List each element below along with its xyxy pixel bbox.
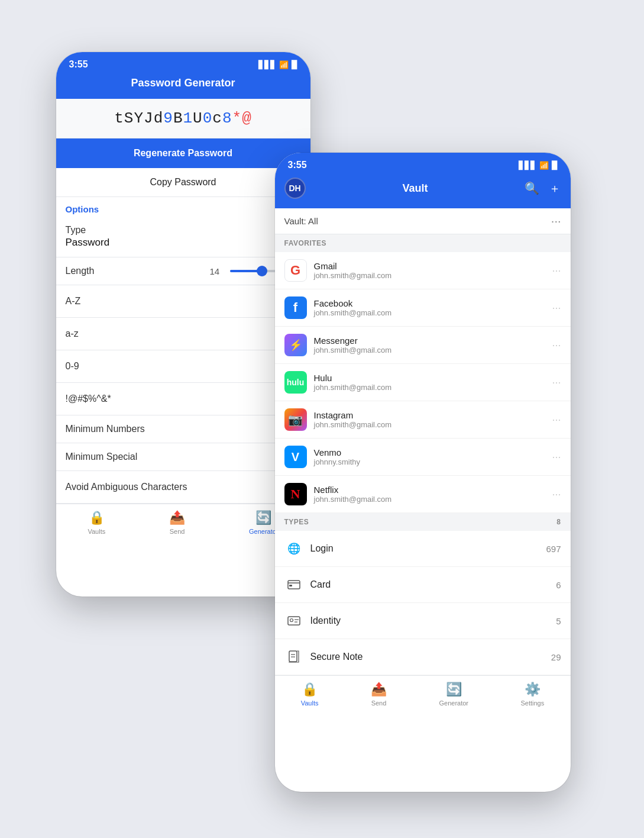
settings-icon: ⚙️ xyxy=(525,682,541,697)
pw-mid3: c xyxy=(212,109,222,127)
type-label: Type xyxy=(66,225,110,236)
pw-special2: @ xyxy=(242,109,252,127)
venmo-name: Venmo xyxy=(314,447,545,457)
numbers-row[interactable]: 0-9 xyxy=(56,350,310,383)
list-item[interactable]: hulu Hulu john.smith@gmail.com ··· xyxy=(275,364,571,401)
vaults-icon: 🔒 xyxy=(89,510,105,526)
length-label: Length xyxy=(66,266,95,276)
netflix-icon: N xyxy=(284,483,307,505)
identity-count: 5 xyxy=(556,616,561,626)
netflix-more[interactable]: ··· xyxy=(552,488,561,501)
add-icon[interactable]: ＋ xyxy=(549,181,561,196)
avatar[interactable]: DH xyxy=(284,178,306,199)
nav-settings-label: Settings xyxy=(520,700,544,707)
list-item[interactable]: N Netflix john.smith@gmail.com ··· xyxy=(275,476,571,513)
type-login[interactable]: 🌐 Login 697 xyxy=(275,531,571,567)
wifi-icon: 📶 xyxy=(279,60,289,69)
nav-generator-2[interactable]: 🔄 Generator xyxy=(439,682,468,707)
vault-filter-label: Vault: All xyxy=(284,216,318,226)
facebook-icon: f xyxy=(284,296,307,319)
gmail-more[interactable]: ··· xyxy=(552,265,561,277)
search-icon[interactable]: 🔍 xyxy=(525,181,539,195)
list-item[interactable]: G Gmail john.smith@gmail.com ··· xyxy=(275,252,571,289)
avoid-ambiguous-row[interactable]: Avoid Ambiguous Characters xyxy=(56,471,310,504)
nav-vaults-2[interactable]: 🔒 Vaults xyxy=(301,682,319,707)
nav-send-label-2: Send xyxy=(371,700,387,707)
send-icon: 📤 xyxy=(169,510,185,526)
type-card[interactable]: Card 6 xyxy=(275,567,571,603)
az-label: A-Z xyxy=(66,296,81,307)
login-count: 697 xyxy=(546,544,561,554)
pg-title: Password Generator xyxy=(131,77,235,89)
venmo-icon: V xyxy=(284,446,307,468)
az-uppercase-row[interactable]: A-Z xyxy=(56,285,310,318)
az-lowercase-row[interactable]: a-z xyxy=(56,318,310,350)
list-item[interactable]: 📷 Instagram john.smith@gmail.com ··· xyxy=(275,401,571,439)
hulu-sub: john.smith@gmail.com xyxy=(314,383,545,392)
nav-vaults[interactable]: 🔒 Vaults xyxy=(88,510,105,535)
nav-generator[interactable]: 🔄 Generator xyxy=(249,510,279,535)
min-special-label: Minimum Special xyxy=(66,452,138,462)
vault-filter-more[interactable]: ··· xyxy=(551,214,561,228)
messenger-more[interactable]: ··· xyxy=(552,339,561,352)
secure-note-count: 29 xyxy=(551,652,561,662)
hulu-icon: hulu xyxy=(284,371,307,394)
identity-label: Identity xyxy=(310,615,549,626)
hulu-more[interactable]: ··· xyxy=(552,376,561,389)
min-numbers-row[interactable]: Minimum Numbers 1 xyxy=(56,415,310,443)
login-label: Login xyxy=(310,543,539,554)
type-row[interactable]: Type Password xyxy=(56,217,310,257)
avoid-ambiguous-label: Avoid Ambiguous Characters xyxy=(66,482,187,492)
facebook-more[interactable]: ··· xyxy=(552,302,561,314)
netflix-name: Netflix xyxy=(314,485,545,495)
list-item[interactable]: ⚡ Messenger john.smith@gmail.com ··· xyxy=(275,327,571,364)
slider-thumb[interactable] xyxy=(257,266,267,276)
battery-icon: ▉ xyxy=(292,60,297,69)
nav-settings[interactable]: ⚙️ Settings xyxy=(520,682,544,707)
list-item[interactable]: f Facebook john.smith@gmail.com ··· xyxy=(275,289,571,327)
gmail-sub: john.smith@gmail.com xyxy=(314,271,545,280)
login-icon: 🌐 xyxy=(284,539,303,558)
pw-num1: 9 xyxy=(163,109,173,127)
vault-header: DH Vault 🔍 ＋ xyxy=(275,175,571,208)
type-secure-note[interactable]: Secure Note 29 xyxy=(275,639,571,675)
types-label: TYPES xyxy=(284,518,309,526)
nav-send[interactable]: 📤 Send xyxy=(169,510,185,535)
messenger-sub: john.smith@gmail.com xyxy=(314,346,545,354)
copy-password-button[interactable]: Copy Password xyxy=(56,168,310,197)
nav-send-2[interactable]: 📤 Send xyxy=(371,682,387,707)
generator-icon: 🔄 xyxy=(255,510,271,526)
generator-icon-2: 🔄 xyxy=(446,682,462,697)
nav-vaults-label-2: Vaults xyxy=(301,700,319,707)
status-bar-2: 3:55 ▋▋▋ 📶 ▉ xyxy=(275,153,571,175)
special-label: !@#$%^&* xyxy=(66,394,111,404)
nav-send-label: Send xyxy=(170,528,185,535)
length-value: 14 xyxy=(210,266,224,276)
instagram-sub: john.smith@gmail.com xyxy=(314,420,545,429)
regenerate-button[interactable]: Regenerate Password xyxy=(56,138,310,168)
vault-filter-row[interactable]: Vault: All ··· xyxy=(275,208,571,234)
venmo-info: Venmo johnny.smithy xyxy=(314,447,545,466)
types-count: 8 xyxy=(556,518,561,526)
bottom-nav-1: 🔒 Vaults 📤 Send 🔄 Generator xyxy=(56,504,310,547)
pg-header: Password Generator xyxy=(56,75,310,99)
facebook-name: Facebook xyxy=(314,298,545,308)
length-row[interactable]: Length 14 xyxy=(56,257,310,285)
venmo-sub: johnny.smithy xyxy=(314,457,545,466)
netflix-info: Netflix john.smith@gmail.com xyxy=(314,485,545,504)
pw-num2: 1 xyxy=(183,109,193,127)
list-item[interactable]: V Venmo johnny.smithy ··· xyxy=(275,439,571,476)
instagram-name: Instagram xyxy=(314,410,545,420)
min-special-row[interactable]: Minimum Special 1 xyxy=(56,443,310,471)
venmo-more[interactable]: ··· xyxy=(552,451,561,463)
special-chars-row[interactable]: !@#$%^&* xyxy=(56,383,310,415)
send-icon-2: 📤 xyxy=(371,682,387,697)
instagram-more[interactable]: ··· xyxy=(552,414,561,426)
status-icons-1: ▋▋▋ 📶 ▉ xyxy=(258,60,297,69)
pw-normal: tSYJd xyxy=(114,109,163,127)
min-numbers-label: Minimum Numbers xyxy=(66,424,145,434)
password-display: tSYJd9B1U0c8*@ xyxy=(56,99,310,138)
type-identity[interactable]: Identity 5 xyxy=(275,603,571,639)
az-lower-label: a-z xyxy=(66,328,79,339)
identity-icon xyxy=(284,611,303,630)
